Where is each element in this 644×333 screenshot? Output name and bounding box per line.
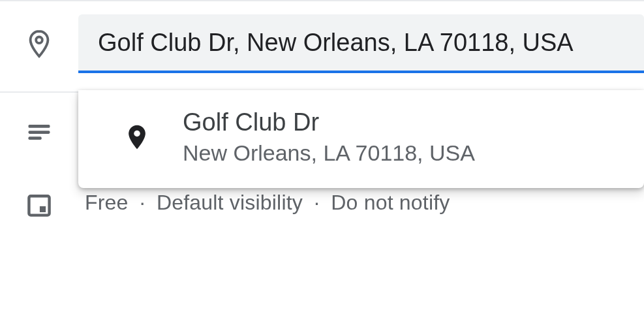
location-icon-col — [0, 29, 78, 59]
visibility-status: Default visibility — [157, 191, 303, 214]
location-row — [0, 1, 644, 73]
calendar-icon — [25, 191, 54, 219]
description-icon — [25, 118, 54, 146]
location-suggestions-dropdown: Golf Club Dr New Orleans, LA 70118, USA — [78, 90, 644, 188]
location-input-container[interactable] — [78, 14, 644, 73]
svg-point-0 — [36, 37, 42, 43]
below-content: Golf Club Dr New Orleans, LA 70118, USA — [0, 93, 644, 219]
location-pin-icon — [24, 29, 54, 59]
event-settings-summary: Free · Default visibility · Do not notif… — [85, 191, 450, 215]
location-suggestion-item[interactable]: Golf Club Dr New Orleans, LA 70118, USA — [78, 90, 644, 188]
location-input[interactable] — [97, 28, 644, 57]
svg-rect-5 — [29, 196, 49, 215]
busy-status: Free — [85, 191, 129, 214]
suggestion-secondary-text: New Orleans, LA 70118, USA — [183, 140, 475, 166]
svg-rect-6 — [40, 206, 46, 212]
suggestion-text: Golf Club Dr New Orleans, LA 70118, USA — [183, 108, 475, 166]
svg-rect-3 — [29, 131, 50, 134]
separator-dot: · — [134, 191, 151, 214]
suggestion-icon-col — [91, 123, 183, 151]
notification-status: Do not notify — [331, 191, 450, 214]
svg-point-1 — [134, 131, 140, 137]
suggestion-primary-text: Golf Club Dr — [183, 108, 475, 136]
calendar-icon-col — [0, 191, 78, 219]
location-pin-filled-icon — [123, 123, 151, 151]
svg-rect-2 — [29, 125, 50, 128]
description-icon-col — [0, 118, 78, 146]
svg-rect-4 — [29, 136, 42, 140]
separator-dot: · — [309, 191, 325, 214]
